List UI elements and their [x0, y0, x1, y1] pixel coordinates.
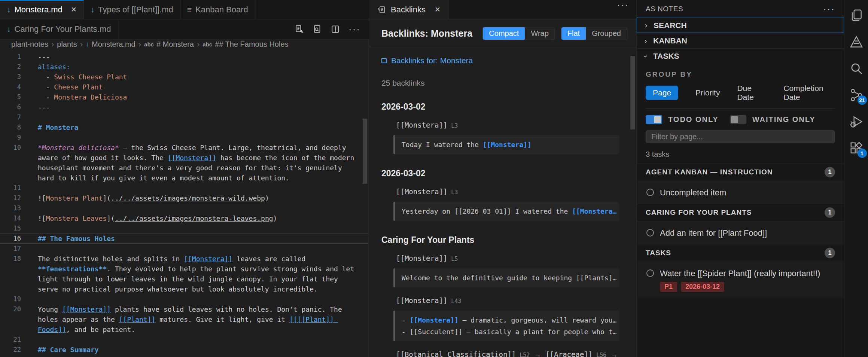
panel-more-icon[interactable]: ···	[823, 7, 835, 11]
markdown-icon: ↓	[7, 5, 11, 14]
backlink-ref[interactable]: [[Monstera]]L5	[396, 254, 619, 262]
search-editor-icon[interactable]	[313, 24, 322, 34]
code-editor[interactable]: 1---2aliases:3 - Swiss Cheese Plant4 - C…	[0, 49, 369, 357]
app-window: ↓Monstera.md✕↓Types of [[Plant]].md≡Kanb…	[0, 0, 868, 357]
breadcrumb-item[interactable]: abc## The Famous Holes	[202, 40, 288, 49]
wiki-link[interactable]: [[Plant]]	[119, 315, 156, 323]
toggle-waiting-only[interactable]	[730, 115, 746, 124]
graph-view-icon[interactable]: 21	[849, 88, 864, 102]
debug-icon[interactable]	[849, 115, 864, 129]
tab-caring-for-your-plants-md[interactable]: ↓Caring For Your Plants.md	[0, 19, 118, 39]
image-path-link[interactable]: ../../assets/images/monstera-leaves.png	[115, 214, 273, 222]
task-checkbox[interactable]	[646, 189, 654, 196]
task-group-agent-kanban-instruction[interactable]: AGENT KANBAN — INSTRUCTION1	[637, 163, 844, 181]
explorer-copy-icon[interactable]	[849, 8, 864, 22]
task-row[interactable]: Add an item for [[Plant Food]]	[637, 222, 844, 244]
close-icon[interactable]: ✕	[71, 5, 77, 14]
breadcrumb-item[interactable]: plant-notes	[11, 40, 48, 49]
breadcrumb-label: Monstera.md	[92, 40, 135, 49]
section-search[interactable]: ›SEARCH	[637, 18, 844, 33]
backlink-quote[interactable]: - [[Monstera]] — dramatic, gorgeous, wil…	[393, 311, 619, 341]
backlinks-groups: 2026-03-02[[Monstera]]L3Today I watered …	[381, 102, 619, 357]
image-path-link[interactable]: ../../assets/images/monstera-wild.webp	[111, 194, 265, 202]
task-row[interactable]: Uncompleted item	[637, 181, 844, 204]
wiki-link: [[Monstera]]	[410, 316, 459, 324]
code-line: 11	[0, 183, 369, 193]
task-group-tasks[interactable]: TASKS1	[637, 244, 844, 262]
task-checkbox[interactable]	[646, 269, 654, 277]
tab-kanban-board[interactable]: ≡Kanban Board	[180, 0, 255, 19]
as-notes-header: AS NOTES ···	[637, 0, 844, 18]
split-editor-icon[interactable]	[331, 24, 340, 34]
btn-flat[interactable]: Flat	[561, 27, 586, 40]
search-icon[interactable]	[849, 61, 864, 76]
code-line: houseplant movement and there's a very g…	[0, 163, 369, 173]
code-line: 15	[0, 223, 369, 234]
backlink-group-heading[interactable]: 2026-03-02	[381, 168, 619, 178]
wiki-link[interactable]: [[[[Plant]]	[289, 315, 338, 323]
filter-by-page-input[interactable]	[646, 130, 835, 143]
extensions-icon[interactable]: 1	[849, 141, 864, 155]
groupby-priority[interactable]: Priority	[695, 88, 720, 97]
backlink-ref[interactable]: [[Monstera]]L3	[396, 187, 619, 196]
backlinks-scrollbar[interactable]	[630, 56, 635, 129]
as-notes-logo-icon[interactable]	[849, 35, 864, 49]
backlink-group-heading[interactable]: 2026-03-02	[381, 102, 619, 112]
task-group-caring-for-your-plants[interactable]: CARING FOR YOUR PLANTS1	[637, 204, 844, 222]
editor-scrollbar[interactable]	[363, 119, 367, 184]
wiki-link[interactable]: [[Monstera]]	[168, 154, 216, 162]
backlink-group-heading[interactable]: Caring For Your Plants	[381, 235, 619, 245]
line-number: 11	[0, 183, 21, 193]
tab-monstera-md[interactable]: ↓Monstera.md✕	[0, 0, 84, 19]
code-line: hard to kill if you give it even a modes…	[0, 173, 369, 183]
backlinks-for-link[interactable]: Backlinks for: Monstera	[381, 56, 619, 65]
section-kanban[interactable]: ›KANBAN	[637, 33, 844, 48]
markdown-icon: ↓	[86, 40, 89, 48]
backlink-ref[interactable]: [[Monstera]]L3	[396, 121, 619, 129]
wiki-link[interactable]: [[Monstera]]	[62, 305, 111, 313]
backlink-ref[interactable]: [[Botanical Classification]]L52→[[Aracea…	[396, 350, 619, 357]
breadcrumb-item[interactable]: plants	[57, 40, 77, 49]
backlinks-for-label: Backlinks for: Monstera	[391, 56, 473, 65]
toggle-todo-only[interactable]	[646, 115, 662, 124]
markdown-icon: ↓	[91, 5, 95, 14]
close-icon[interactable]: ✕	[435, 5, 441, 14]
backlink-quote[interactable]: Welcome to the definitive guide to keepi…	[393, 268, 619, 287]
task-checkbox[interactable]	[646, 229, 654, 237]
backlink-quote[interactable]: Today I watered the [[Monstera]]	[393, 135, 619, 154]
arrow-right-icon: →	[534, 351, 541, 357]
toggle-label: TODO ONLY	[668, 115, 719, 124]
line-number: 4	[0, 82, 21, 92]
groupby-completion-date[interactable]: Completion Date	[783, 84, 835, 102]
task-group-title: AGENT KANBAN — INSTRUCTION	[646, 168, 825, 176]
tab-backlinks[interactable]: Backlinks ✕	[369, 0, 449, 19]
breadcrumb-item[interactable]: abc# Monstera	[144, 40, 194, 49]
backlinks-more-icon[interactable]: ···	[617, 3, 629, 7]
line-number	[0, 274, 21, 284]
code-line: 21	[0, 335, 369, 345]
section-tasks[interactable]: ›TASKS	[637, 48, 844, 64]
tab-types-of-plant-md[interactable]: ↓Types of [[Plant]].md	[84, 0, 180, 19]
backlink-quote[interactable]: Yesterday on [[2026_03_01]] I watered th…	[393, 202, 619, 221]
btn-compact[interactable]: Compact	[483, 27, 525, 40]
code-line: 12![Monstera Plant](../../assets/images/…	[0, 193, 369, 203]
code-line: holes appear as the [[Plant]] matures. G…	[0, 314, 369, 324]
task-row[interactable]: Water the [[Spider Plant]] (really impor…	[637, 262, 844, 298]
code-line: serve no practical purpose whatsoever bu…	[0, 284, 369, 294]
task-label: Add an item for [[Plant Food]]	[660, 228, 767, 238]
editor-more-icon[interactable]: ···	[348, 27, 360, 31]
tab-label: Monstera.md	[15, 5, 63, 15]
backlink-ref[interactable]: [[Monstera]]L43	[396, 296, 619, 305]
btn-grouped[interactable]: Grouped	[586, 27, 627, 40]
open-preview-icon[interactable]	[295, 24, 304, 34]
groupby-due-date[interactable]: Due Date	[737, 84, 766, 102]
wiki-link[interactable]: [[Monstera]]	[184, 255, 232, 263]
line-number: 20	[0, 304, 21, 314]
code-line: 1---	[0, 52, 369, 62]
wiki-link[interactable]: Foods]]	[38, 326, 66, 333]
groupby-page[interactable]: Page	[646, 86, 678, 100]
breadcrumb-item[interactable]: ↓Monstera.md	[86, 40, 135, 49]
backlinks-controls: CompactWrapFlatGrouped	[476, 27, 627, 40]
btn-wrap[interactable]: Wrap	[525, 27, 554, 40]
backlinks-tab-row: Backlinks ✕ ···	[369, 0, 636, 19]
